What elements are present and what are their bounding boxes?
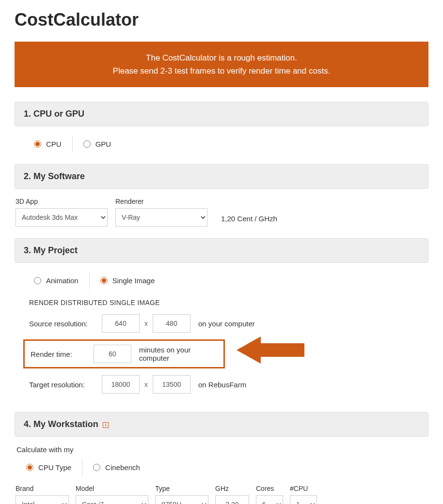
gpu-radio[interactable] — [83, 140, 91, 148]
render-time-label: Render time: — [31, 350, 89, 358]
brand-label: Brand — [16, 485, 69, 492]
calculate-with-label: Calculate with my — [16, 445, 420, 454]
type-label: Type — [155, 485, 208, 492]
cores-label: Cores — [256, 485, 283, 492]
cores-select[interactable]: 6 — [256, 495, 283, 504]
section-3-header: 3. My Project — [15, 238, 428, 263]
cpu-radio[interactable] — [34, 140, 41, 148]
cpu-radio-label: CPU — [46, 140, 62, 148]
cinebench-radio[interactable] — [93, 464, 100, 471]
section-4-header: 4. My Workstation i — [15, 412, 428, 437]
render-distributed-subhead: RENDER DISTRIBUTED SINGLE IMAGE — [29, 299, 420, 306]
render-time-suffix: minutes on your computer — [139, 346, 218, 362]
animation-radio[interactable] — [34, 277, 41, 284]
3d-app-label: 3D App — [16, 198, 108, 205]
target-suffix: on RebusFarm — [198, 381, 246, 389]
source-suffix: on your computer — [198, 320, 255, 328]
section-2-header: 2. My Software — [15, 164, 428, 189]
source-height-input[interactable] — [153, 314, 190, 333]
source-resolution-label: Source resolution: — [29, 320, 97, 328]
render-time-highlight: Render time: minutes on your computer — [23, 339, 225, 368]
target-resolution-row: Target resolution: x on RebusFarm — [23, 375, 420, 394]
source-resolution-row: Source resolution: x on your computer — [23, 314, 420, 333]
cpu-type-radio-label: CPU Type — [38, 463, 71, 472]
target-resolution-label: Target resolution: — [29, 381, 97, 389]
model-label: Model — [76, 485, 148, 492]
info-icon[interactable]: i — [103, 422, 109, 428]
cpu-radio-option[interactable]: CPU — [23, 137, 72, 151]
source-width-input[interactable] — [102, 314, 140, 333]
animation-radio-label: Animation — [46, 276, 79, 285]
model-select[interactable]: Core i7 — [76, 495, 148, 504]
highlight-arrow — [237, 336, 304, 364]
single-image-radio-label: Single Image — [112, 276, 155, 285]
page-title: CostCalculator — [15, 10, 428, 30]
renderer-select[interactable]: V-Ray — [115, 208, 207, 227]
x-separator: x — [144, 381, 148, 388]
gpu-radio-option[interactable]: GPU — [73, 137, 122, 151]
banner-line-1: The CostCalculator is a rough estimation… — [24, 51, 419, 64]
target-height-input[interactable] — [153, 375, 190, 394]
ghz-label: GHz — [215, 485, 249, 492]
gpu-radio-label: GPU — [95, 140, 111, 148]
info-banner: The CostCalculator is a rough estimation… — [15, 42, 428, 87]
arrow-body — [261, 343, 304, 357]
type-select[interactable]: 8750H — [155, 495, 208, 504]
renderer-label: Renderer — [115, 198, 207, 205]
3d-app-select[interactable]: Autodesk 3ds Max — [16, 208, 108, 227]
price-text: 1,20 Cent / GHzh — [215, 214, 277, 227]
cinebench-radio-option[interactable]: Cinebench — [82, 460, 151, 474]
banner-line-2: Please send 2-3 test frames to verify re… — [24, 64, 419, 77]
single-image-radio[interactable] — [100, 277, 108, 284]
ncpu-label: #CPU — [290, 485, 317, 492]
ghz-input[interactable] — [215, 495, 249, 504]
cinebench-radio-label: Cinebench — [105, 463, 140, 472]
single-image-radio-option[interactable]: Single Image — [90, 274, 166, 288]
cpu-type-radio[interactable] — [26, 464, 33, 471]
cpu-type-radio-option[interactable]: CPU Type — [16, 460, 82, 474]
target-width-input[interactable] — [102, 375, 140, 394]
x-separator: x — [144, 320, 148, 327]
render-time-input[interactable] — [94, 345, 131, 363]
ncpu-select[interactable]: 1 — [290, 495, 317, 504]
brand-select[interactable]: Intel — [16, 495, 69, 504]
section-1-header: 1. CPU or GPU — [15, 102, 428, 126]
animation-radio-option[interactable]: Animation — [23, 274, 89, 288]
arrow-left-icon — [237, 336, 261, 364]
